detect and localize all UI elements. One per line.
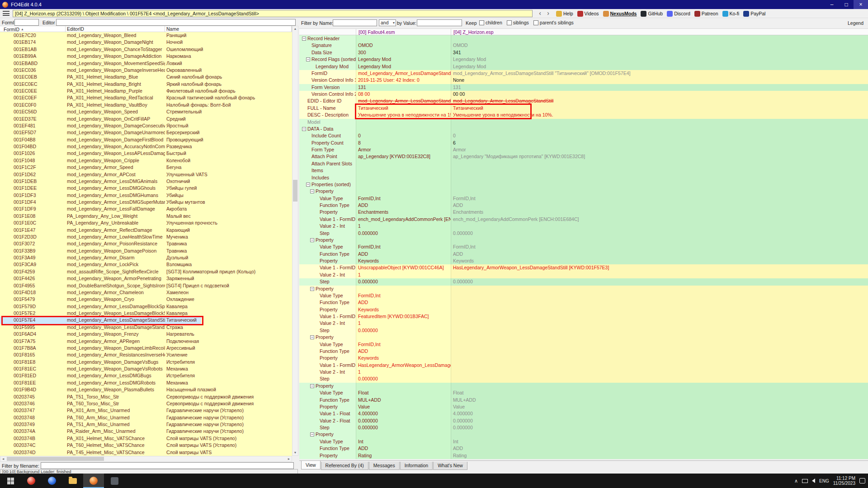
table-row[interactable]: 001F5479mod_Legendary_Weapon_CryoОхлажде…	[0, 296, 292, 303]
tree-row[interactable]: −Property	[299, 334, 868, 341]
column-header-fallout4-esm[interactable]: [00] Fallout4.esm	[356, 29, 451, 35]
tree-row[interactable]: FULL - NameТитаническийТитанический	[299, 105, 868, 112]
table-row[interactable]: 001F81EEmod_Legendary_Armor_LessDMGRobot…	[0, 380, 292, 386]
clock[interactable]: 11:12 PM11/25/2023	[833, 476, 855, 486]
table-row[interactable]: 001F1DEEmod_Legendary_Armor_LessDMGGhoul…	[0, 185, 292, 192]
toolbar-link-nexusmods[interactable]: NexusMods	[603, 11, 637, 17]
table-row[interactable]: 001F1E08PA_Legendary_Any_Low_WeightМалый…	[0, 213, 292, 220]
table-row[interactable]: 001F57E4mod_Legendary_Armor_LessDamageSt…	[0, 317, 292, 324]
tree-row[interactable]: Step0.0000000.000000	[299, 230, 868, 237]
tree-row[interactable]: DESC - DescriptionУменьшение урона в неп…	[299, 112, 868, 118]
tree-row[interactable]: PropertyKeywords	[299, 306, 868, 313]
toolbar-link-github[interactable]: GitHub	[641, 11, 663, 17]
legend-link[interactable]: Legend	[848, 20, 863, 26]
tree-row[interactable]: Value 1 - Float4.0000004.000000	[299, 410, 868, 417]
table-row[interactable]: 0020374DPA_T45_Helmet_Misc_VATSChanceСло…	[0, 449, 292, 456]
table-row[interactable]: 001F1C2Fmod_Legendary_Armor_SpeedБегуна	[0, 164, 292, 171]
tree-row[interactable]: Value 1 - FormIDHasLegendary_ArmorWeapon…	[299, 362, 868, 369]
checkbox-icon[interactable]	[479, 20, 484, 25]
tree-row[interactable]: FormIDmod_Legendary_Armor_LessDamageStan…	[299, 70, 868, 77]
table-row[interactable]: 001EB174mod_Legendary_Weapon_DamageNight…	[0, 39, 292, 46]
toolbar-link-paypal[interactable]: PayPal	[743, 11, 765, 17]
tree-row[interactable]: Form TypeArmorArmor	[299, 146, 868, 153]
tree-row[interactable]: Value TypeFormID,Int	[299, 292, 868, 299]
filter-name-input[interactable]	[333, 19, 377, 26]
tree-row[interactable]: Include Count00	[299, 132, 868, 139]
table-row[interactable]: 001ED37Emod_Legendary_Weapon_OnCritFillA…	[0, 116, 292, 122]
collapse-icon[interactable]: −	[306, 183, 310, 187]
tree-row[interactable]: −Property	[299, 431, 868, 438]
scrollbar-thumb[interactable]	[293, 180, 297, 202]
tree-row[interactable]: Model	[299, 119, 868, 126]
scroll-up-icon[interactable]: ▲	[292, 26, 298, 32]
collapse-icon[interactable]: −	[310, 432, 314, 436]
tab-information[interactable]: Information	[400, 462, 433, 470]
table-row[interactable]: 001F4259mod_assaultRifle_Scope_SightRefl…	[0, 268, 292, 275]
column-header-formid[interactable]: FormID▲	[0, 26, 66, 32]
tree-row[interactable]: −Property	[299, 237, 868, 244]
tree-row[interactable]: −Property	[299, 383, 868, 389]
taskbar-blue-app-icon[interactable]	[42, 474, 62, 488]
tree-row[interactable]: Version Control Info 12019-11-25 User: 4…	[299, 77, 868, 84]
keep-option-parent-s-siblings[interactable]: parent's siblings	[533, 20, 574, 25]
filter-value-input[interactable]	[417, 19, 462, 26]
tree-row[interactable]: Includes	[299, 174, 868, 181]
collapse-icon[interactable]: −	[310, 287, 314, 291]
table-row[interactable]: 001EC0ECPA_X01_Helmet_Headlamp_BrightЯрк…	[0, 81, 292, 88]
table-row[interactable]: 001F4D18mod_Legendary_Armor_ChameleonХам…	[0, 289, 292, 296]
table-row[interactable]: 001F3CA9mod_Legendary_Armor_LockPickВзло…	[0, 261, 292, 268]
table-row[interactable]: 001F1DF3mod_Legendary_Armor_LessDMGHuman…	[0, 192, 292, 199]
table-row[interactable]: 00203745PA_T51_Torso_Misc_StrСервопривод…	[0, 394, 292, 400]
horizontal-scrollbar[interactable]: ◄ ►	[0, 456, 292, 462]
formid-input[interactable]	[14, 19, 39, 26]
hamburger-menu-icon[interactable]	[3, 11, 9, 16]
table-row[interactable]: 001F81E8mod_Legendary_Weapon_DamageVsBug…	[0, 359, 292, 366]
table-row[interactable]: 001F1026mod_Legendary_Weapon_LessAPLessD…	[0, 150, 292, 157]
tree-row[interactable]: Value TypeFormID,IntFormID,Int	[299, 195, 868, 202]
tree-row[interactable]: PropertyRatingRating	[299, 452, 868, 459]
table-row[interactable]: 001F1D62mod_Legendary_Armor_APCostУлучше…	[0, 171, 292, 178]
tree-row[interactable]: Data Size300341	[299, 49, 868, 56]
tree-row[interactable]: Function TypeADD	[299, 299, 868, 306]
forward-button[interactable]: ›	[544, 9, 552, 18]
taskbar-file-explorer[interactable]	[62, 474, 83, 488]
column-header-name[interactable]: Name	[165, 26, 292, 32]
breadcrumb[interactable]	[13, 10, 533, 17]
table-row[interactable]: 001EC0EFPA_X01_Helmet_Headlamp_RedTactic…	[0, 94, 292, 101]
toolbar-link-videos[interactable]: Videos	[577, 11, 599, 17]
table-row[interactable]: 001F4426mod_Legendary_Weapon_ArmorPenetr…	[0, 275, 292, 282]
table-row[interactable]: 001EC0EEPA_X01_Helmet_Headlamp_PurpleФио…	[0, 88, 292, 94]
tree-row[interactable]: Step0.0000000.000000	[299, 424, 868, 431]
table-row[interactable]: 001F1DF4mod_Legendary_Armor_LessDMGSuper…	[0, 199, 292, 206]
table-row[interactable]: 001F57E2mod_Legendary_Weapon_LessDamageB…	[0, 310, 292, 317]
tree-row[interactable]: −Property	[299, 286, 868, 292]
tree-row[interactable]: −Properties (sorted)	[299, 181, 868, 188]
table-row[interactable]: 001F2D3Dmod_Legendary_Armor_LowHealthSlo…	[0, 234, 292, 240]
tree-row[interactable]: Value 2 - Int1	[299, 272, 868, 278]
table-row[interactable]: 001F1E47mod_Legendary_Armor_ReflectDamag…	[0, 227, 292, 234]
minimize-button[interactable]: –	[825, 0, 839, 9]
table-row[interactable]: 001EC036mod_Legendary_Weapon_DamageInver…	[0, 67, 292, 74]
volume-icon[interactable]	[812, 479, 815, 483]
table-row[interactable]: 001F3072mod_Legendary_Armor_PoisonResist…	[0, 240, 292, 247]
keep-option-children[interactable]: children	[479, 20, 502, 25]
start-button[interactable]	[0, 474, 21, 488]
tree-row[interactable]: Step0.000000	[299, 327, 868, 334]
close-button[interactable]: ×	[854, 0, 868, 9]
checkbox-icon[interactable]	[533, 20, 538, 25]
table-row[interactable]: 001E7C20mod_Legendary_Weapon_BleedРанящи…	[0, 32, 292, 39]
column-header-editorid[interactable]: EditorID	[66, 26, 165, 32]
tab-view[interactable]: View	[301, 461, 321, 469]
table-row[interactable]: 00203747PA_X01_Arm_Misc_UnarmedГидравлич…	[0, 407, 292, 414]
tree-row[interactable]: Function TypeADD	[299, 348, 868, 355]
collapse-icon[interactable]: −	[302, 37, 306, 41]
language-indicator[interactable]: ENG	[819, 479, 829, 483]
collapse-icon[interactable]: −	[310, 335, 314, 339]
table-row[interactable]: 001F04B8mod_Legendary_Weapon_DamageFirst…	[0, 136, 292, 143]
table-row[interactable]: 001EF481mod_Legendary_Weapon_DamageConse…	[0, 122, 292, 129]
tree-row[interactable]: −DATA - Data	[299, 126, 868, 132]
table-row[interactable]: 001F04BDmod_Legendary_Weapon_AccuracyNot…	[0, 143, 292, 150]
tab-what-s-new[interactable]: What's New	[433, 462, 467, 470]
tree-row[interactable]: −Record Header	[299, 35, 868, 42]
table-row[interactable]: 001F6AD4mod_Legendary_Weapon_FrenzyНагре…	[0, 331, 292, 338]
